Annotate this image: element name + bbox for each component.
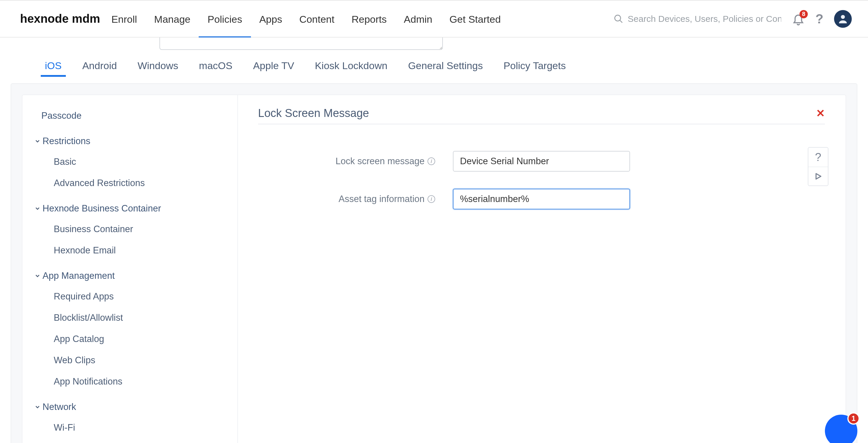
tab-kiosk-lockdown[interactable]: Kiosk Lockdown: [315, 60, 388, 76]
sidebar-group-app-management[interactable]: App Management: [23, 261, 237, 286]
topnav-reports[interactable]: Reports: [352, 1, 387, 37]
tab-policy-targets[interactable]: Policy Targets: [503, 60, 566, 76]
notifications-badge: 8: [800, 10, 808, 18]
tab-apple-tv[interactable]: Apple TV: [253, 60, 294, 76]
policy-content: Lock Screen Message ✕ ? Lock: [238, 95, 845, 443]
sidebar-group-label: App Management: [42, 270, 115, 281]
form-area: Lock screen message i Asset tag informat…: [258, 151, 825, 209]
sidebar-item-web-clips[interactable]: Web Clips: [23, 350, 237, 371]
label-asset-tag: Asset tag information i: [258, 194, 435, 204]
svg-point-2: [841, 15, 845, 19]
label-text: Lock screen message: [335, 156, 425, 167]
sidebar-group-label: Hexnode Business Container: [42, 203, 161, 214]
tab-macos[interactable]: macOS: [199, 60, 232, 76]
topbar: hexnode mdm Enroll Manage Policies Apps …: [0, 0, 868, 37]
description-textarea[interactable]: [159, 37, 443, 50]
platform-tabs: iOS Android Windows macOS Apple TV Kiosk…: [0, 51, 868, 83]
sidebar-item-passcode[interactable]: Passcode: [23, 105, 237, 126]
svg-line-1: [620, 20, 622, 23]
row-lock-screen-message: Lock screen message i: [258, 151, 825, 172]
topnav-admin[interactable]: Admin: [404, 1, 432, 37]
topnav-enroll[interactable]: Enroll: [111, 1, 137, 37]
avatar[interactable]: [834, 10, 852, 28]
section-title: Lock Screen Message: [258, 107, 369, 120]
topnav-get-started[interactable]: Get Started: [450, 1, 501, 37]
input-asset-tag[interactable]: [453, 189, 630, 209]
sidebar-item-required-apps[interactable]: Required Apps: [23, 286, 237, 307]
search-input[interactable]: [628, 14, 781, 24]
info-icon[interactable]: i: [428, 195, 435, 203]
tab-ios[interactable]: iOS: [45, 60, 62, 76]
sidebar-item-advanced-restrictions[interactable]: Advanced Restrictions: [23, 173, 237, 194]
sidebar-item-wifi[interactable]: Wi-Fi: [23, 417, 237, 438]
sidebar-item-basic[interactable]: Basic: [23, 151, 237, 173]
help-button[interactable]: ?: [815, 11, 824, 26]
chevron-down-icon: [34, 273, 41, 279]
tab-android[interactable]: Android: [82, 60, 117, 76]
main-panel: Passcode Restrictions Basic Advanced Res…: [22, 94, 846, 443]
sidebar-group-label: Network: [42, 402, 76, 412]
chat-launcher[interactable]: 1: [825, 415, 857, 443]
sidebar-group-network[interactable]: Network: [23, 392, 237, 417]
label-text: Asset tag information: [339, 194, 425, 204]
sidebar-group-restrictions[interactable]: Restrictions: [23, 126, 237, 151]
sidebar-item-app-notifications[interactable]: App Notifications: [23, 371, 237, 392]
play-icon: [814, 172, 822, 180]
topnav-manage[interactable]: Manage: [154, 1, 190, 37]
topnav-policies[interactable]: Policies: [208, 1, 242, 37]
chat-badge: 1: [847, 412, 860, 425]
chevron-down-icon: [34, 404, 41, 410]
notifications-button[interactable]: 8: [792, 12, 805, 26]
brand-logo: hexnode mdm: [20, 12, 100, 25]
chevron-down-icon: [34, 205, 41, 212]
label-lock-screen-message: Lock screen message i: [258, 156, 435, 167]
info-icon[interactable]: i: [428, 157, 435, 165]
main-panel-outer: Passcode Restrictions Basic Advanced Res…: [11, 83, 857, 443]
section-tools: ?: [808, 147, 829, 186]
chevron-down-icon: [34, 138, 41, 144]
tab-general-settings[interactable]: General Settings: [408, 60, 483, 76]
sidebar-item-business-container[interactable]: Business Container: [23, 218, 237, 240]
section-help-button[interactable]: ?: [808, 148, 828, 167]
svg-point-0: [615, 15, 621, 21]
topnav: Enroll Manage Policies Apps Content Repo…: [111, 1, 501, 37]
svg-marker-3: [816, 174, 821, 179]
topnav-content[interactable]: Content: [299, 1, 335, 37]
close-icon: ✕: [816, 107, 825, 119]
global-search[interactable]: [614, 14, 781, 24]
sidebar-group-business-container[interactable]: Hexnode Business Container: [23, 194, 237, 218]
input-lock-screen-message[interactable]: [453, 151, 630, 172]
topbar-right: 8 ?: [614, 10, 852, 28]
policy-sidebar: Passcode Restrictions Basic Advanced Res…: [23, 95, 238, 443]
search-icon: [614, 14, 624, 24]
sidebar-item-blocklist-allowlist[interactable]: Blocklist/Allowlist: [23, 307, 237, 328]
topnav-apps[interactable]: Apps: [259, 1, 282, 37]
tab-windows[interactable]: Windows: [137, 60, 178, 76]
question-icon: ?: [815, 151, 821, 164]
section-header: Lock Screen Message ✕: [258, 107, 825, 124]
section-run-button[interactable]: [808, 167, 828, 185]
sidebar-group-label: Restrictions: [42, 136, 90, 146]
section-close-button[interactable]: ✕: [816, 108, 825, 119]
row-asset-tag: Asset tag information i: [258, 189, 825, 209]
sidebar-item-app-catalog[interactable]: App Catalog: [23, 328, 237, 350]
sidebar-item-hexnode-email[interactable]: Hexnode Email: [23, 240, 237, 261]
